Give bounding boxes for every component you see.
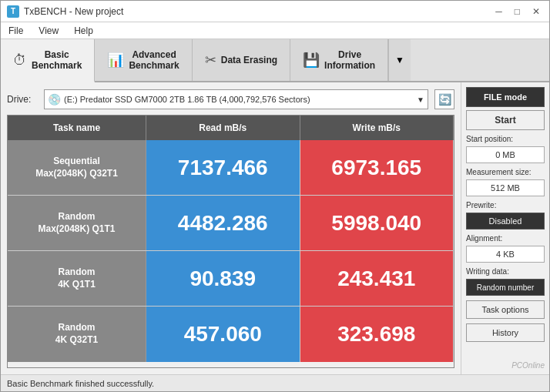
- random-number-button[interactable]: Random number: [466, 279, 545, 296]
- tab-basic-benchmark[interactable]: ⏱ BasicBenchmark: [1, 39, 95, 82]
- content-area: Drive: 💿 (E:) Predator SSD GM7000 2TB 1.…: [1, 82, 549, 374]
- maximize-button[interactable]: □: [511, 6, 523, 17]
- drive-tab-icon: 💾: [303, 52, 320, 69]
- row-read-3: 457.060: [146, 307, 300, 362]
- tab-advanced-benchmark[interactable]: 📊 AdvancedBenchmark: [95, 39, 192, 81]
- drive-selector[interactable]: 💿 (E:) Predator SSD GM7000 2TB 1.86 TB (…: [44, 89, 428, 109]
- right-panel: FILE mode Start Start position: 0 MB Mea…: [461, 82, 549, 374]
- status-bar: Basic Benchmark finished successfully.: [1, 374, 549, 391]
- row-write-3: 323.698: [300, 307, 454, 362]
- table-row: RandomMax(2048K) Q1T1 4482.286 5998.040: [8, 196, 454, 251]
- table-row: Random4K Q32T1 457.060 323.698: [8, 307, 454, 362]
- table-row: SequentialMax(2048K) Q32T1 7137.466 6973…: [8, 140, 454, 196]
- row-label-0: SequentialMax(2048K) Q32T1: [8, 140, 146, 195]
- scissors-icon: ✂: [205, 52, 216, 69]
- measurement-size-value: 512 MB: [466, 179, 545, 196]
- menu-bar: File View Help: [1, 22, 549, 39]
- menu-file[interactable]: File: [5, 24, 26, 38]
- window-title: TxBENCH - New project: [24, 6, 123, 17]
- task-options-button[interactable]: Task options: [466, 300, 545, 319]
- tab-basic-label: BasicBenchmark: [32, 49, 82, 72]
- header-read: Read mB/s: [146, 116, 300, 140]
- menu-view[interactable]: View: [35, 24, 62, 38]
- clock-icon: ⏱: [13, 52, 27, 69]
- row-write-1: 5998.040: [300, 196, 454, 250]
- row-read-2: 90.839: [146, 251, 300, 306]
- drive-label: Drive:: [7, 94, 38, 105]
- tab-advanced-label: AdvancedBenchmark: [129, 49, 179, 72]
- measurement-size-label: Measurement size:: [466, 168, 545, 176]
- main-panel: Drive: 💿 (E:) Predator SSD GM7000 2TB 1.…: [1, 82, 461, 374]
- prewrite-value: Disabled: [466, 213, 545, 230]
- table-row: Random4K Q1T1 90.839 243.431: [8, 251, 454, 307]
- watermark: PCOnline: [466, 361, 545, 370]
- file-mode-button[interactable]: FILE mode: [466, 87, 545, 107]
- alignment-value: 4 KB: [466, 246, 545, 263]
- app-icon: T: [7, 5, 19, 18]
- header-task-name: Task name: [8, 116, 146, 140]
- row-label-1: RandomMax(2048K) Q1T1: [8, 196, 146, 250]
- minimize-button[interactable]: ─: [492, 6, 505, 17]
- close-button[interactable]: ✕: [529, 6, 543, 17]
- title-bar-left: T TxBENCH - New project: [7, 5, 123, 18]
- history-button[interactable]: History: [466, 323, 545, 342]
- tab-bar: ⏱ BasicBenchmark 📊 AdvancedBenchmark ✂ D…: [1, 39, 549, 82]
- start-button[interactable]: Start: [466, 110, 545, 130]
- writing-data-label: Writing data:: [466, 267, 545, 276]
- window-controls: ─ □ ✕: [492, 6, 543, 17]
- status-message: Basic Benchmark finished successfully.: [7, 379, 154, 388]
- chart-icon: 📊: [107, 52, 124, 69]
- tab-erasing-label: Data Erasing: [221, 55, 277, 65]
- row-label-3: Random4K Q32T1: [8, 307, 146, 362]
- select-arrow-icon: ▼: [417, 95, 424, 104]
- row-read-0: 7137.466: [146, 140, 300, 195]
- drive-disk-icon: 💿: [48, 93, 61, 106]
- tab-data-erasing[interactable]: ✂ Data Erasing: [193, 39, 290, 81]
- drive-select-value: (E:) Predator SSD GM7000 2TB 1.86 TB (4,…: [64, 95, 310, 104]
- main-window: T TxBENCH - New project ─ □ ✕ File View …: [0, 0, 550, 392]
- row-read-1: 4482.286: [146, 196, 300, 250]
- menu-help[interactable]: Help: [71, 24, 96, 38]
- drive-refresh-button[interactable]: 🔄: [434, 89, 454, 109]
- tab-drive-label: DriveInformation: [324, 49, 375, 72]
- header-write: Write mB/s: [300, 116, 454, 140]
- alignment-label: Alignment:: [466, 234, 545, 243]
- start-position-value: 0 MB: [466, 146, 545, 163]
- table-header: Task name Read mB/s Write mB/s: [8, 116, 454, 140]
- row-write-2: 243.431: [300, 251, 454, 306]
- tab-dropdown-button[interactable]: ▼: [388, 39, 411, 81]
- start-position-label: Start position:: [466, 135, 545, 143]
- row-write-0: 6973.165: [300, 140, 454, 195]
- table-body: SequentialMax(2048K) Q32T1 7137.466 6973…: [8, 140, 454, 362]
- drive-row: Drive: 💿 (E:) Predator SSD GM7000 2TB 1.…: [7, 89, 454, 110]
- row-label-2: Random4K Q1T1: [8, 251, 146, 306]
- prewrite-label: Prewrite:: [466, 201, 545, 209]
- benchmark-table: Task name Read mB/s Write mB/s Sequentia…: [7, 115, 454, 368]
- tab-drive-information[interactable]: 💾 DriveInformation: [290, 39, 388, 81]
- title-bar: T TxBENCH - New project ─ □ ✕: [1, 1, 549, 22]
